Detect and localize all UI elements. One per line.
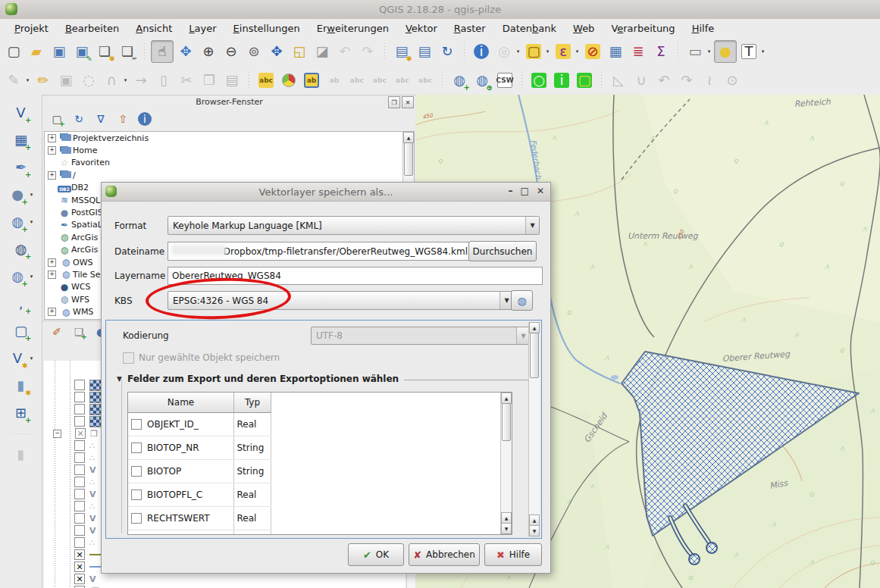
add-delimited-text-layer-button[interactable]: ,+ <box>11 293 32 314</box>
refresh-map-button[interactable]: ↻ <box>437 41 458 62</box>
pan-map-button[interactable]: ☝ <box>151 40 174 63</box>
pan-map-to-selection-button[interactable]: ✥ <box>175 41 196 62</box>
show-bookmarks-button[interactable]: ▤ <box>414 41 435 62</box>
layer-visibility-checkbox[interactable] <box>74 464 85 475</box>
node-tool-dropdown-icon[interactable]: ▾ <box>122 77 129 83</box>
table-row[interactable]: BIOTOPFL_CReal <box>128 483 271 507</box>
collapse-all-button[interactable]: ⇧ <box>114 111 131 127</box>
field-checkbox[interactable] <box>131 419 142 430</box>
field-checkbox[interactable] <box>131 513 142 524</box>
filename-input[interactable]: Dropbox/tmp-filetransfer/ObererReutweg_W… <box>168 242 472 261</box>
select-features-dropdown-icon[interactable]: ▾ <box>544 48 551 55</box>
menu-item-raster[interactable]: Raster <box>446 20 494 36</box>
layer-visibility-checkbox[interactable] <box>74 440 85 451</box>
dialog-maximize-button[interactable]: □ <box>521 186 529 196</box>
add-wfs-layer-button[interactable]: ◍+ <box>7 266 28 287</box>
tree-item-favoriten[interactable]: ☆Favoriten <box>45 157 414 169</box>
menu-item-vektor[interactable]: Vektor <box>397 20 446 36</box>
menu-item-hilfe[interactable]: Hilfe <box>684 20 723 36</box>
add-postgis-layer-dropdown-icon[interactable]: ▾ <box>28 192 35 198</box>
new-print-composer-button[interactable]: ❏✱ <box>94 41 115 62</box>
save-project-button[interactable]: ▣ <box>49 41 70 62</box>
layer-visibility-checkbox[interactable]: ✕ <box>75 428 86 439</box>
composer-manager-button[interactable]: ❏✒ <box>117 41 138 62</box>
statistical-summary-button[interactable]: Σ <box>650 41 672 62</box>
save-project-as-button[interactable]: ▣✎ <box>71 41 92 62</box>
map-tips-button[interactable]: ● <box>714 40 737 63</box>
measure-line-dropdown-icon[interactable]: ▾ <box>706 48 712 55</box>
table-row[interactable]: OBJEKT_ID_Real <box>128 413 271 436</box>
new-project-button[interactable]: ▢ <box>3 41 24 62</box>
expand-icon[interactable]: + <box>48 271 56 279</box>
expand-icon[interactable]: + <box>48 171 56 180</box>
crs-properties-button[interactable]: ◍ <box>511 290 533 311</box>
format-select[interactable]: Keyhole Markup Language [KML] ▼ <box>168 216 540 235</box>
scroll-down-icon[interactable]: ▼ <box>501 523 512 534</box>
current-edits-dropdown-icon[interactable]: ▾ <box>24 77 31 83</box>
expand-icon[interactable]: + <box>48 146 56 155</box>
plugin-identify-button[interactable]: i <box>551 70 572 91</box>
scroll-up-icon[interactable]: ▲ <box>501 393 512 404</box>
select-by-expression-dropdown-icon[interactable]: ▾ <box>574 48 581 55</box>
menu-item-layer[interactable]: Layer <box>180 20 224 36</box>
measure-line-button[interactable]: ▭ <box>684 41 706 62</box>
fields-group-header[interactable]: ▼ Felder zum Export und deren Exportopti… <box>117 374 532 384</box>
deselect-all-button[interactable]: ⊘ <box>582 41 603 62</box>
scroll-up-icon[interactable]: ▲ <box>529 322 540 333</box>
dialog-scrollbar[interactable]: ▲ ▲ ▼ <box>528 322 540 536</box>
menu-item-projekt[interactable]: Projekt <box>6 20 57 36</box>
layer-visibility-checkbox[interactable]: ✕ <box>74 574 85 584</box>
table-scrollbar[interactable]: ▲ ▲ ▼ <box>500 393 512 534</box>
zoom-native-resolution-button[interactable]: ⊚ <box>243 41 265 62</box>
metasearch-add-wms-button[interactable]: ◍+ <box>449 70 470 91</box>
dialog-close-button[interactable]: ✕ <box>537 186 544 196</box>
menu-item-datenbank[interactable]: Datenbank <box>494 20 565 36</box>
browse-button[interactable]: Durchsuchen <box>468 241 537 261</box>
chevron-down-icon[interactable]: ▼ <box>525 217 539 234</box>
column-header-typ[interactable]: Typ <box>234 393 271 413</box>
select-features-button[interactable]: ▢ <box>523 41 544 62</box>
menu-item-einstellungen[interactable]: Einstellungen <box>225 20 308 36</box>
dialog-minimize-button[interactable]: – <box>509 186 513 196</box>
scroll-up-icon[interactable]: ▲ <box>529 514 540 526</box>
layer-style-manager-button[interactable]: ✐ <box>49 324 65 340</box>
field-calculator-button[interactable]: ≣ <box>628 41 649 62</box>
menu-item-ansicht[interactable]: Ansicht <box>127 20 180 36</box>
run-feature-action-dropdown-icon[interactable]: ▾ <box>515 48 521 55</box>
tree-item--[interactable]: +/ <box>45 169 414 181</box>
expand-icon[interactable]: + <box>48 134 56 142</box>
menu-item-web[interactable]: Web <box>565 20 603 36</box>
select-by-expression-button[interactable]: ε <box>553 41 574 62</box>
layer-row[interactable]: ✕V <box>44 573 406 585</box>
zoom-to-selection-button[interactable]: ◪ <box>312 41 333 62</box>
zoom-full-button[interactable]: ✥ <box>266 41 287 62</box>
layer-visibility-checkbox[interactable]: ✕ <box>74 549 85 560</box>
layer-visibility-checkbox[interactable] <box>74 513 85 524</box>
layer-visibility-checkbox[interactable] <box>74 525 85 536</box>
add-wfs-layer-dropdown-icon[interactable]: ▾ <box>28 274 35 280</box>
add-virtual-layer-button[interactable]: ⊞+ <box>11 402 32 424</box>
collapse-icon[interactable]: − <box>53 430 61 438</box>
gps-tools-button[interactable]: ▮✱ <box>11 375 32 396</box>
column-header-name[interactable]: Name <box>128 393 234 413</box>
layer-visibility-checkbox[interactable]: ✕ <box>74 561 85 572</box>
layer-visibility-checkbox[interactable] <box>74 416 85 427</box>
add-vector-layer-button[interactable]: V+ <box>11 102 32 124</box>
toggle-editing-button[interactable]: ✏ <box>33 70 54 91</box>
field-checkbox[interactable] <box>131 489 142 500</box>
layer-visibility-checkbox[interactable] <box>74 537 85 548</box>
add-raster-layer-button[interactable]: ▦+ <box>11 130 32 151</box>
labeling-options-button[interactable]: ab <box>301 70 322 91</box>
text-annotation-dropdown-icon[interactable]: ▾ <box>759 48 766 55</box>
layer-visibility-checkbox[interactable] <box>74 452 85 463</box>
add-group-button[interactable]: ❏+ <box>70 324 87 340</box>
table-row[interactable]: BIOTOPString <box>128 460 271 483</box>
zoom-out-button[interactable]: ⊖ <box>221 41 242 62</box>
field-checkbox[interactable] <box>131 443 142 453</box>
expand-icon[interactable]: + <box>48 308 56 316</box>
scrollbar-thumb[interactable] <box>404 142 413 176</box>
add-wms-layer-button[interactable]: ◍+ <box>7 211 28 233</box>
layer-diagram-button[interactable] <box>278 70 299 91</box>
field-checkbox[interactable] <box>131 466 142 477</box>
text-annotation-button[interactable]: T <box>738 41 759 62</box>
